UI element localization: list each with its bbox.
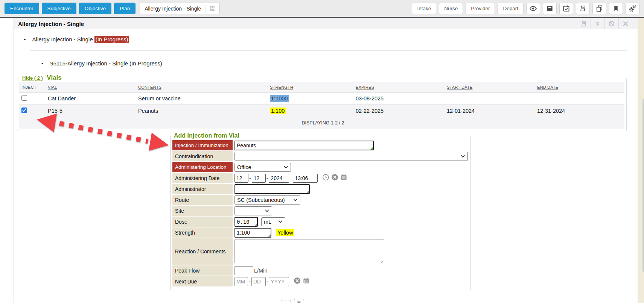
bottom-save-button[interactable] [294, 299, 304, 303]
vials-table: INJECT VIAL CONTENTS STRENGTH EXPIRES ST… [19, 82, 624, 129]
calendar-picker-icon[interactable] [340, 174, 347, 182]
provider-button[interactable]: Provider [466, 3, 495, 14]
clear-date-icon[interactable] [331, 174, 338, 182]
next-due-day-input[interactable] [251, 277, 266, 286]
administrator-row: Administrator [172, 184, 468, 194]
injection-label: Injection / Immunization [172, 140, 233, 150]
column-header-strength[interactable]: STRENGTH [268, 82, 353, 92]
inject-checkbox[interactable] [21, 108, 27, 113]
reaction-comments-textarea[interactable] [234, 239, 384, 263]
peak-flow-row: Peak Flow L/Min [172, 265, 468, 276]
peak-flow-unit: L/Min [254, 268, 267, 274]
date-day-input[interactable] [252, 174, 266, 183]
site-select[interactable] [234, 206, 272, 215]
strength-input[interactable] [234, 228, 271, 238]
vials-section-title: Vials [47, 74, 61, 81]
calendar-picker-icon[interactable] [303, 277, 310, 286]
administering-location-select[interactable]: Office [234, 163, 291, 172]
settings-gears-icon[interactable] [626, 3, 639, 14]
panel-header: Allergy Injection - Single [14, 18, 638, 29]
calendar-check-icon[interactable] [559, 3, 573, 14]
status-item-text: Allergy Injection - Single [32, 36, 93, 42]
vial-cell: P15-5 [46, 105, 136, 117]
injection-input[interactable] [234, 141, 374, 150]
administrator-label: Administrator [172, 184, 233, 194]
add-injection-form: Add Injection from Vial Injection / Immu… [170, 132, 470, 290]
list-divider [30, 50, 627, 51]
contraindication-select[interactable] [234, 152, 468, 161]
strength-highlight: 1:100 [270, 108, 286, 114]
save-icon[interactable] [206, 5, 219, 12]
strength-color-note: Yellow [276, 229, 294, 236]
current-time-icon[interactable] [322, 174, 329, 182]
form-title: Add Injection from Vial [173, 132, 242, 139]
date-month-input[interactable] [234, 174, 248, 183]
dose-row: Dose mL [172, 217, 468, 227]
route-row: Route SC (Subcutaneous) [172, 195, 468, 205]
inject-checkbox[interactable] [21, 95, 27, 101]
next-due-month-input[interactable] [234, 277, 248, 286]
page-title: Allergy Injection - Single [18, 21, 84, 27]
administrator-input[interactable] [234, 184, 310, 194]
injection-row: Injection / Immunization [172, 140, 468, 150]
column-header-expires[interactable]: EXPIRES [353, 82, 445, 92]
end-date-cell: 12-31-2024 [535, 105, 624, 117]
expires-cell: 02-22-2025 [353, 105, 445, 117]
dose-input[interactable] [234, 217, 258, 227]
start-date-cell: 12-01-2024 [445, 105, 535, 117]
column-header-end-date[interactable]: END DATE [535, 82, 624, 92]
route-select[interactable]: SC (Subcutaneous) [234, 195, 300, 205]
strength-label: Strength [172, 227, 233, 238]
contents-cell: Serum or vaccine [136, 92, 268, 105]
collapse-double-chevron-icon[interactable] [591, 18, 604, 29]
copy-icon[interactable] [592, 3, 606, 14]
status-list-item: Allergy Injection - Single (In Progress) [24, 36, 129, 42]
contraindication-label: Contraindication [172, 151, 233, 161]
table-row: P15-5 Peanuts 1:100 02-22-2025 12-01-202… [19, 105, 624, 117]
vial-cell: Cat Dander [46, 92, 136, 105]
administering-date-label: Administering Date [172, 173, 233, 183]
vertical-scrollbar[interactable] [642, 99, 644, 272]
hide-vials-link[interactable]: Hide ( 2 ) [22, 75, 43, 81]
bookmark-icon[interactable] [609, 3, 623, 14]
encounter-button[interactable]: Encounter [5, 3, 39, 14]
column-header-vial[interactable]: VIAL [46, 82, 136, 92]
column-header-contents[interactable]: CONTENTS [136, 82, 268, 92]
dose-unit-select[interactable]: mL [261, 217, 285, 226]
book-icon[interactable] [576, 3, 590, 14]
peak-flow-input[interactable] [234, 266, 253, 275]
time-input[interactable] [293, 174, 318, 183]
date-year-input[interactable] [269, 174, 289, 183]
depart-button[interactable]: Depart [498, 3, 524, 14]
archive-icon[interactable] [543, 3, 557, 14]
objective-button[interactable]: Objective [79, 3, 111, 14]
plan-button[interactable]: Plan [114, 3, 135, 14]
intake-button[interactable]: Intake [412, 3, 436, 14]
site-row: Site [172, 206, 468, 216]
book-icon[interactable] [577, 18, 591, 29]
bottom-action-button[interactable] [281, 300, 291, 303]
app-screen: Encounter Subjective Objective Plan Alle… [0, 0, 644, 303]
table-header-row: INJECT VIAL CONTENTS STRENGTH EXPIRES ST… [19, 82, 624, 92]
cancel-ban-icon[interactable] [604, 18, 618, 29]
eye-icon[interactable] [526, 3, 540, 14]
clear-date-icon[interactable] [294, 277, 301, 286]
start-date-cell [445, 92, 535, 105]
subjective-button[interactable]: Subjective [42, 3, 76, 14]
nurse-button[interactable]: Nurse [439, 3, 463, 14]
peak-flow-label: Peak Flow [172, 265, 233, 276]
column-header-inject: INJECT [19, 82, 46, 92]
tab-label: Allergy Injection - Single [140, 6, 206, 12]
panel-header-icons [577, 18, 632, 29]
panel-left-border [14, 18, 14, 303]
date-separator: - [249, 175, 251, 181]
close-x-icon[interactable] [618, 18, 632, 29]
status-sublist-item: 95115-Allergy Injection - Single (In Pro… [41, 60, 162, 67]
column-header-start-date[interactable]: START DATE [445, 82, 535, 92]
date-separator: - [266, 279, 268, 285]
active-document-tab[interactable]: Allergy Injection - Single [140, 3, 220, 14]
reaction-row: Reaction / Comments [172, 238, 468, 265]
status-subitem-text: 95115-Allergy Injection - Single (In Pro… [50, 60, 162, 67]
next-due-year-input[interactable] [269, 277, 289, 286]
paging-status: DISPLAYING 1-2 / 2 [19, 117, 624, 129]
